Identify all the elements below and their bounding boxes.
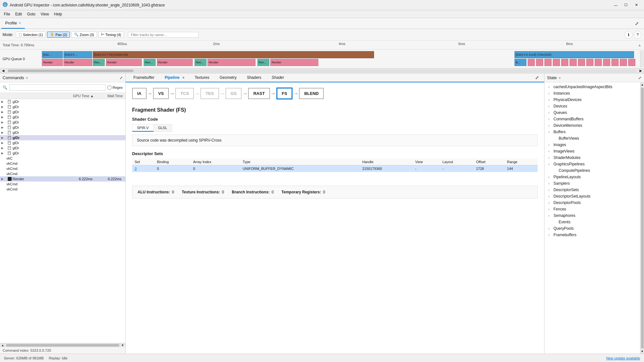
list-item[interactable]: ▶ glDr (0, 104, 125, 109)
track-content[interactable]: [532... [5323 0 ... [5323 0 0 770] (1520… (42, 51, 640, 67)
stage-gs[interactable]: GS (226, 88, 242, 99)
expand-icon[interactable]: ▶ (1, 105, 5, 108)
list-item[interactable]: ▶ glDr (0, 109, 125, 115)
menu-help[interactable]: Help (52, 11, 65, 17)
close-button[interactable]: ✕ (631, 1, 641, 10)
state-item-cached[interactable]: › cachedUnpackedImageAspectBits (544, 84, 640, 90)
track-block-bottom[interactable] (570, 59, 577, 66)
col-wall-header[interactable]: Wall Time (94, 94, 123, 98)
list-item[interactable]: ▶ glDr (0, 130, 125, 135)
profile-tab-close[interactable]: × (19, 21, 21, 25)
track-block-bottom[interactable] (595, 59, 602, 66)
state-item-physical-devices[interactable]: › PhysicalDevices (544, 97, 640, 103)
list-item[interactable]: ▶ Render 6.222ms 6.222ms (0, 176, 125, 181)
track-block-bottom[interactable]: Ren... (257, 59, 269, 66)
track-block-bottom[interactable] (528, 59, 535, 66)
stage-ia[interactable]: IA (132, 88, 147, 99)
state-item-shadermodules[interactable]: › ShaderModules (544, 154, 640, 161)
list-item[interactable]: ▶ glDr (0, 125, 125, 130)
list-item[interactable]: ▶ vkC (0, 156, 125, 161)
info-button[interactable]: ℹ (625, 31, 632, 39)
state-item-graphicspipelines[interactable]: › GraphicsPipelines (544, 161, 640, 167)
scroll-up-button[interactable]: ▲ (0, 344, 5, 347)
tab-framebuffer[interactable]: Framebuffer (128, 73, 159, 82)
tab-pipeline[interactable]: Pipeline × (159, 73, 189, 82)
tab-expand-button[interactable]: ⤢ (632, 18, 641, 29)
track-block[interactable]: [532... (42, 51, 63, 58)
vertical-scrollbar[interactable] (640, 51, 644, 67)
maximize-button[interactable]: ☐ (621, 1, 631, 10)
expand-icon[interactable]: ▶ (1, 110, 5, 114)
scroll-left-button[interactable]: ◀ (0, 69, 6, 72)
state-expand-button[interactable]: ⤢ (638, 76, 641, 80)
stage-rast[interactable]: RAST (248, 88, 270, 99)
list-item[interactable]: ▶ vkCmd (0, 187, 125, 192)
pipeline-expand-button[interactable]: ⤢ (533, 75, 542, 80)
track-block[interactable]: [5323 0 0 2119] (720x1520) (514, 51, 634, 58)
state-item-buffers[interactable]: › Buffers (544, 129, 640, 135)
track-block-bottom[interactable]: Render (42, 59, 63, 66)
state-item-samplers[interactable]: › Samplers (544, 180, 640, 187)
menu-file[interactable]: File (1, 11, 13, 17)
expand-icon[interactable]: ▶ (1, 146, 5, 150)
shader-tab-spirv[interactable]: SPIR-V (132, 125, 154, 132)
track-block-bottom[interactable] (586, 59, 593, 66)
list-item[interactable]: ▶ vkCmd (0, 166, 125, 171)
state-item-queues[interactable]: › Queues (544, 109, 640, 116)
profile-tab[interactable]: Profile × (1, 18, 25, 29)
regex-checkbox[interactable] (108, 86, 111, 89)
list-item[interactable]: ▶ glDr (0, 151, 125, 156)
state-item-devicememories[interactable]: › DeviceMemories (544, 122, 640, 129)
track-block[interactable]: [5323 0 0 770] (1520x720) (93, 51, 374, 58)
list-item[interactable]: ▶ glDr (0, 145, 125, 151)
track-block-bottom[interactable]: Render (157, 59, 193, 66)
menu-goto[interactable]: Goto (24, 11, 38, 17)
state-item-devices[interactable]: › Devices (544, 103, 640, 109)
state-close-button[interactable]: × (559, 76, 561, 80)
state-item-instances[interactable]: › Instances (544, 90, 640, 97)
menu-view[interactable]: View (38, 11, 52, 17)
commands-expand-button[interactable]: ⤢ (120, 76, 123, 80)
track-block-bottom[interactable]: Ren... (93, 59, 105, 66)
table-row[interactable]: 0 0 0 UNIFORM_BUFFER_DYNAMIC 2150179360 … (132, 165, 538, 172)
scroll-down-button[interactable]: ▼ (120, 344, 125, 347)
list-item[interactable]: ▶ glDr (0, 115, 125, 120)
state-item-commandbuffers[interactable]: › CommandBuffers (544, 116, 640, 122)
stage-fs[interactable]: FS (276, 88, 293, 99)
list-item[interactable]: ▶ glDr (0, 140, 125, 145)
minimize-button[interactable]: — (610, 1, 621, 10)
expand-icon[interactable]: ▶ (1, 131, 5, 134)
selection-mode-button[interactable]: ⬚ Selection (1) (16, 32, 46, 38)
state-item-imageviews[interactable]: › ImageViews (544, 148, 640, 154)
tab-shaders[interactable]: Shaders (242, 73, 266, 82)
state-item-querypools[interactable]: › QueryPools (544, 225, 640, 232)
shader-tab-glsl[interactable]: GLSL (154, 125, 172, 132)
state-item-semaphores[interactable]: › Semaphores (544, 212, 640, 219)
help-button[interactable]: ? (634, 31, 641, 39)
timing-mode-button[interactable]: ⊢ Timing (4) (98, 32, 124, 38)
tab-shader[interactable]: Shader (266, 73, 289, 82)
state-vscroll[interactable]: ▲ ▼ (640, 82, 644, 354)
track-block-bottom[interactable]: Ren... (144, 59, 156, 66)
filter-tracks-input[interactable] (128, 32, 199, 38)
state-item-fences[interactable]: › Fences (544, 206, 640, 212)
state-item-framebuffers[interactable]: › Framebuffers (544, 232, 640, 238)
commands-search-input[interactable] (9, 84, 106, 91)
track-block-bottom[interactable] (536, 59, 543, 66)
state-scroll-up[interactable]: ▲ (640, 82, 644, 87)
pipeline-tab-close[interactable]: × (183, 76, 185, 79)
state-item-bufferviews[interactable]: › BufferViews (544, 135, 640, 142)
state-scroll-down[interactable]: ▼ (640, 349, 644, 354)
track-block-bottom[interactable] (553, 59, 560, 66)
expand-icon[interactable]: ▶ (1, 116, 5, 119)
expand-icon[interactable]: ▶ (1, 152, 5, 155)
list-item[interactable]: ▶ vkCmd (0, 161, 125, 166)
track-block-bottom[interactable]: Ren... (195, 59, 207, 66)
scroll-track[interactable] (8, 70, 636, 72)
list-item[interactable]: ▶ glDr (0, 99, 125, 104)
expand-icon[interactable]: ▶ (1, 121, 5, 124)
stage-tes[interactable]: TES (200, 88, 219, 99)
update-link[interactable]: New update available (606, 356, 640, 360)
ds-set-link[interactable]: 0 (135, 167, 137, 171)
track-block-bottom[interactable] (561, 59, 568, 66)
